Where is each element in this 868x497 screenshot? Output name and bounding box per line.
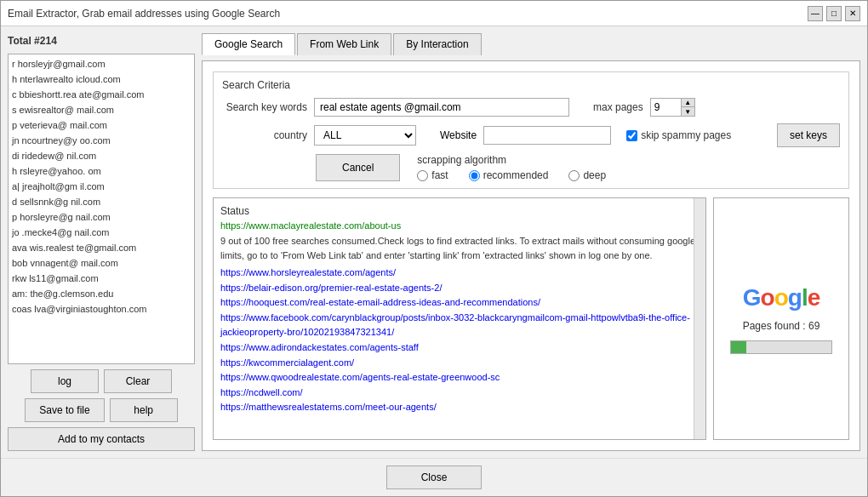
status-link[interactable]: https://www.facebook.com/carynblackgroup…	[220, 311, 699, 340]
status-row: Status https://www.maclayrealestate.com/…	[213, 197, 849, 440]
logo-l: l	[802, 284, 808, 311]
status-link[interactable]: https://hooquest.com/real-estate-email-a…	[220, 295, 699, 311]
title-bar: Email Extractor, Grab email addresses us…	[1, 1, 867, 26]
logo-o2: o	[774, 284, 788, 311]
progress-bar-fill	[731, 341, 746, 353]
status-link[interactable]: https://www.adirondackestates.com/agents…	[220, 340, 699, 356]
email-item: p horsleyre@g nail.com	[10, 209, 192, 225]
tab-content: Search Criteria Search key words max pag…	[202, 60, 860, 451]
spinner-up[interactable]: ▲	[681, 99, 694, 107]
skip-spammy-label[interactable]: skip spammy pages	[626, 129, 731, 141]
cancel-button[interactable]: Cancel	[316, 154, 400, 181]
email-list[interactable]: r horsleyjr@gmail.comh nterlawrealto icl…	[8, 54, 195, 364]
pages-found: Pages found : 69	[743, 320, 820, 332]
save-help-row: Save to file help	[8, 398, 195, 422]
log-button[interactable]: log	[31, 369, 99, 393]
clear-button[interactable]: Clear	[104, 369, 172, 393]
email-item: c bbieshortt.rea ate@gmail.com	[10, 87, 192, 102]
save-to-file-button[interactable]: Save to file	[25, 398, 104, 422]
email-item: h nterlawrealto icloud.com	[10, 71, 192, 87]
radio-deep[interactable]: deep	[568, 169, 606, 181]
cancel-area: Cancel	[316, 154, 400, 181]
website-label: Website	[440, 129, 477, 141]
logo-g2: g	[788, 284, 802, 311]
email-item: jn ncourtney@y oo.com	[10, 133, 192, 148]
google-logo: Google	[743, 284, 819, 311]
status-section: Status https://www.maclayrealestate.com/…	[213, 197, 706, 440]
spinner-buttons: ▲ ▼	[681, 99, 694, 116]
logo-g: G	[743, 284, 761, 311]
country-label: country	[222, 129, 307, 141]
google-panel: Google Pages found : 69	[713, 197, 849, 440]
email-item: p veterieva@ mail.com	[10, 117, 192, 133]
email-item: am: the@g.clemson.edu	[10, 286, 192, 301]
email-item: a| jreajholt@gm il.com	[10, 179, 192, 194]
tab-by-interaction[interactable]: By Interaction	[393, 33, 481, 55]
close-button[interactable]: ✕	[845, 6, 860, 21]
status-text: 9 out of 100 free searches consumed.Chec…	[220, 234, 699, 262]
status-link[interactable]: https://kwcommercialagent.com/	[220, 356, 699, 371]
tabs: Google Search From Web Link By Interacti…	[202, 33, 860, 55]
radio-recommended[interactable]: recommended	[469, 169, 549, 181]
max-pages-label: max pages	[593, 101, 643, 113]
tab-google-search[interactable]: Google Search	[202, 33, 295, 55]
radio-fast[interactable]: fast	[417, 169, 448, 181]
main-window: Email Extractor, Grab email addresses us…	[0, 0, 868, 497]
skip-spammy-checkbox[interactable]	[626, 130, 637, 141]
minimize-button[interactable]: —	[808, 6, 823, 21]
email-item: s ewisrealtor@ mail.com	[10, 102, 192, 117]
right-panel: Google Search From Web Link By Interacti…	[202, 33, 860, 451]
status-title: Status	[220, 205, 699, 217]
log-clear-row: log Clear	[8, 369, 195, 393]
maximize-button[interactable]: □	[826, 6, 842, 21]
email-item: rkw ls11@gmail.com	[10, 271, 192, 286]
help-button[interactable]: help	[110, 398, 178, 422]
email-item: jo .mecke4@g nail.com	[10, 225, 192, 240]
keyword-label: Search key words	[222, 101, 307, 113]
status-link[interactable]: https://matthewsrealestatems.com/meet-ou…	[220, 400, 699, 415]
keyword-input[interactable]	[314, 98, 569, 117]
content-area: Total #214 r horsleyjr@gmail.comh nterla…	[1, 26, 867, 458]
status-link[interactable]: https://ncdwell.com/	[220, 386, 699, 401]
email-item: coas lva@virginiastoughton.com	[10, 301, 192, 317]
status-scrollbar[interactable]	[694, 198, 705, 439]
max-pages-spinner[interactable]: ▲ ▼	[650, 98, 695, 117]
email-item: bob vnnagent@ mail.com	[10, 255, 192, 271]
logo-o1: o	[761, 284, 774, 311]
max-pages-input[interactable]	[651, 99, 681, 116]
website-input[interactable]	[483, 126, 611, 145]
status-link[interactable]: https://www.qwoodrealestate.com/agents-r…	[220, 370, 699, 386]
scrapping-area: scrapping algorithm fast recommended	[417, 154, 606, 181]
logo-e: e	[808, 284, 820, 311]
email-item: h rsleyre@yahoo. om	[10, 163, 192, 179]
status-link[interactable]: https://belair-edison.org/premier-real-e…	[220, 281, 699, 296]
status-links: https://www.horsleyrealestate.com/agents…	[220, 266, 699, 415]
close-button[interactable]: Close	[386, 466, 483, 489]
set-keys-button[interactable]: set keys	[777, 123, 840, 147]
status-link[interactable]: https://www.horsleyrealestate.com/agents…	[220, 266, 699, 281]
search-criteria-box: Search Criteria Search key words max pag…	[213, 71, 849, 189]
email-item: d sellsnnk@g nil.com	[10, 194, 192, 209]
search-criteria-label: Search Criteria	[222, 79, 840, 91]
email-item: r horsleyjr@gmail.com	[10, 56, 192, 71]
radio-group: fast recommended deep	[417, 169, 606, 181]
keyword-row: Search key words max pages ▲ ▼	[222, 98, 840, 117]
email-item: ava wis.realest te@gmail.com	[10, 240, 192, 255]
add-to-contacts-button[interactable]: Add to my contacts	[8, 427, 195, 451]
country-select[interactable]: ALL US UK CA AU	[314, 125, 416, 146]
window-controls: — □ ✕	[808, 6, 860, 21]
bottom-bar: Close	[1, 458, 867, 496]
progress-bar-wrap	[730, 340, 832, 354]
left-panel: Total #214 r horsleyjr@gmail.comh nterla…	[8, 33, 195, 451]
email-item: di ridedew@ nil.com	[10, 148, 192, 163]
window-title: Email Extractor, Grab email addresses us…	[8, 8, 280, 20]
status-main-url: https://www.maclayrealestate.com/about-u…	[220, 220, 699, 231]
tab-from-web-link[interactable]: From Web Link	[297, 33, 391, 55]
total-label: Total #214	[8, 33, 195, 49]
scrapping-label: scrapping algorithm	[417, 154, 606, 166]
spinner-down[interactable]: ▼	[681, 107, 694, 116]
